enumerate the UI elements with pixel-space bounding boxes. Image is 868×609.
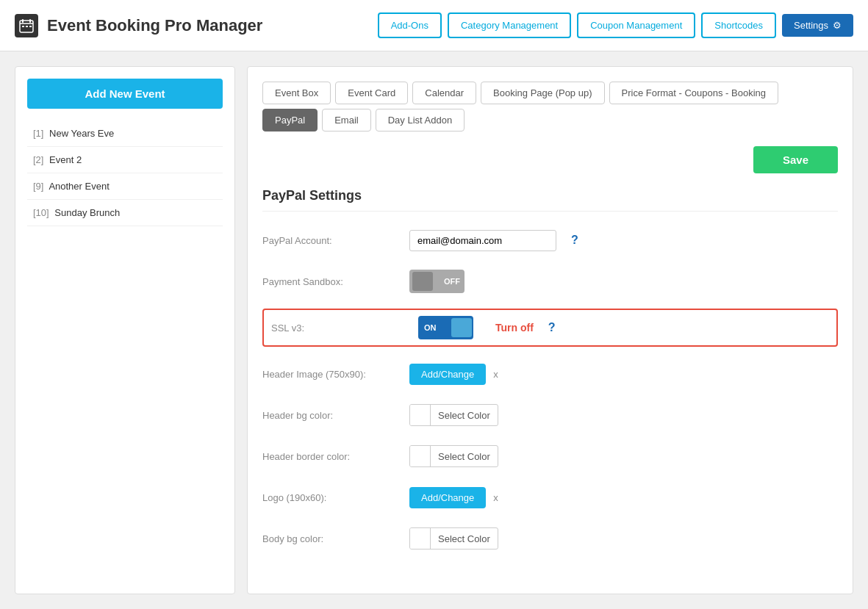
toggle-off-label: OFF [444,277,460,286]
ssl-v3-control: ON Turn off ? [418,316,829,339]
tab-paypal[interactable]: PayPal [262,109,318,131]
svg-rect-4 [22,26,24,27]
svg-rect-3 [29,19,31,23]
header-image-remove-link[interactable]: x [493,369,498,380]
payment-sandbox-row: Payment Sandbox: OFF [262,267,838,295]
header-navigation: Add-Ons Category Management Coupon Manag… [378,12,853,38]
tab-day-list[interactable]: Day List Addon [376,109,465,131]
paypal-account-help-icon[interactable]: ? [571,234,578,247]
header-image-add-change-button[interactable]: Add/Change [409,364,486,385]
add-new-event-button[interactable]: Add New Event [27,79,223,109]
coupon-management-button[interactable]: Coupon Management [577,12,695,38]
main-content: Event Box Event Card Calendar Booking Pa… [247,66,853,594]
body-bg-color-label: Body bg color: [262,533,409,544]
body-bg-color-row: Body bg color: Select Color [262,525,838,552]
paypal-account-control: ? [409,230,838,251]
sidebar: Add New Event [1] New Years Eve [2] Even… [15,66,235,594]
payment-sandbox-control: OFF [409,270,838,293]
ssl-v3-label: SSL v3: [271,322,418,334]
header-bg-color-picker[interactable]: Select Color [409,404,498,426]
header-bg-color-select-button[interactable]: Select Color [431,406,498,425]
color-swatch[interactable] [410,405,431,425]
event-name: Another Event [49,181,109,192]
color-swatch[interactable] [410,446,431,466]
settings-label: Settings [794,20,828,31]
header-border-color-select-button[interactable]: Select Color [431,447,498,466]
shortcodes-button[interactable]: Shortcodes [701,12,776,38]
paypal-account-input[interactable] [409,230,556,251]
svg-rect-6 [29,26,32,27]
event-number: [10] [33,207,49,218]
header-border-color-label: Header border color: [262,451,409,462]
header-image-control: Add/Change x [409,364,838,385]
main-wrapper: Add New Event [1] New Years Eve [2] Even… [0,51,868,609]
logo-control: Add/Change x [409,487,838,508]
category-management-button[interactable]: Category Management [448,12,571,38]
event-number: [2] [33,154,43,165]
body-bg-color-control: Select Color [409,527,838,549]
logo-add-change-button[interactable]: Add/Change [409,487,486,508]
ssl-v3-toggle[interactable]: ON [418,316,473,339]
app-logo-icon [15,14,38,37]
toggle-on-label: ON [424,323,437,332]
event-name: Sunday Brunch [54,207,120,218]
ssl-turn-off-link[interactable]: Turn off [495,322,534,334]
svg-rect-2 [22,19,24,23]
list-item[interactable]: [9] Another Event [27,173,223,200]
save-area: Save [262,146,838,173]
app-header: Event Booking Pro Manager Add-Ons Catego… [0,0,868,51]
logo-row: Logo (190x60): Add/Change x [262,483,838,511]
header-border-color-picker[interactable]: Select Color [409,445,498,467]
event-number: [1] [33,128,43,139]
color-swatch[interactable] [410,528,431,549]
tab-event-card[interactable]: Event Card [335,82,408,104]
save-button[interactable]: Save [753,146,838,173]
header-image-label: Header Image (750x90): [262,369,409,380]
settings-button[interactable]: Settings ⚙ [782,14,853,37]
list-item[interactable]: [2] Event 2 [27,147,223,173]
tab-bar: Event Box Event Card Calendar Booking Pa… [262,82,838,131]
section-title: PayPal Settings [262,188,838,212]
body-bg-color-select-button[interactable]: Select Color [431,530,498,548]
tab-email[interactable]: Email [322,109,371,131]
app-title: Event Booking Pro Manager [47,16,262,35]
header-border-color-control: Select Color [409,445,838,467]
header-bg-color-control: Select Color [409,404,838,426]
header-image-row: Header Image (750x90): Add/Change x [262,360,838,388]
payment-sandbox-toggle[interactable]: OFF [409,270,465,293]
header-bg-color-row: Header bg color: Select Color [262,401,838,429]
tab-calendar[interactable]: Calendar [412,82,476,104]
toggle-knob [412,272,433,291]
event-number: [9] [33,181,43,192]
event-list: [1] New Years Eve [2] Event 2 [9] Anothe… [27,120,223,226]
event-name: New Years Eve [49,128,114,139]
toggle-knob [451,318,472,337]
event-name: Event 2 [49,154,82,165]
list-item[interactable]: [10] Sunday Brunch [27,200,223,226]
header-bg-color-label: Header bg color: [262,410,409,421]
gear-icon: ⚙ [833,20,842,31]
tab-booking-page[interactable]: Booking Page (Pop up) [481,82,604,104]
header-left: Event Booking Pro Manager [15,14,262,37]
header-border-color-row: Header border color: Select Color [262,442,838,470]
logo-label: Logo (190x60): [262,492,409,503]
list-item[interactable]: [1] New Years Eve [27,120,223,147]
addons-button[interactable]: Add-Ons [378,12,442,38]
paypal-account-label: PayPal Account: [262,235,409,246]
payment-sandbox-label: Payment Sandbox: [262,276,409,287]
body-bg-color-picker[interactable]: Select Color [409,527,498,549]
ssl-v3-row: SSL v3: ON Turn off ? [262,309,838,347]
svg-rect-5 [26,26,28,27]
logo-remove-link[interactable]: x [493,492,498,503]
tab-price-format[interactable]: Price Format - Coupons - Booking [609,82,779,104]
tab-event-box[interactable]: Event Box [262,82,331,104]
paypal-account-row: PayPal Account: ? [262,226,838,254]
ssl-help-icon[interactable]: ? [548,321,556,334]
